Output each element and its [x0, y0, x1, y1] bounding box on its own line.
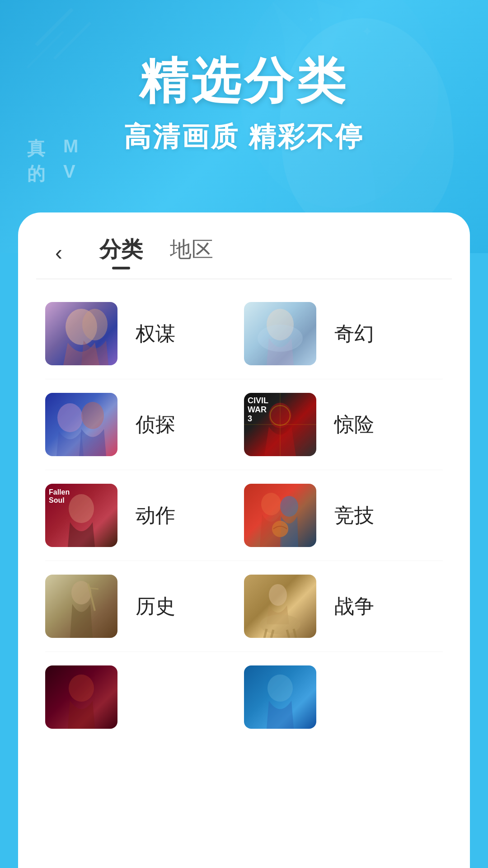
category-item-qihuan[interactable]: 奇幻	[244, 302, 443, 365]
svg-point-21	[269, 584, 287, 606]
category-item-dongzuo[interactable]: FallenSoul 动作	[45, 484, 244, 547]
svg-point-27	[69, 675, 94, 702]
svg-point-9	[81, 402, 104, 429]
category-thumb-bottom2	[244, 665, 316, 729]
category-thumb-jingji	[244, 484, 316, 547]
svg-point-16	[280, 496, 298, 517]
category-name-jingxian: 惊险	[334, 411, 374, 438]
category-list: 权谋 奇幻	[18, 279, 470, 863]
svg-point-15	[261, 493, 281, 515]
category-item-lishi[interactable]: 历史	[45, 575, 244, 638]
category-row-2: 侦探 CIVILWAR3 惊险	[45, 379, 443, 470]
svg-point-8	[57, 403, 83, 432]
svg-line-20	[90, 588, 99, 589]
category-item-zhanzhen[interactable]: 战争	[244, 575, 443, 638]
category-name-quanmou: 权谋	[136, 321, 175, 347]
category-name-zhanzhen: 战争	[334, 593, 374, 620]
category-item-bottom2[interactable]	[244, 665, 443, 729]
category-item-jingxian[interactable]: CIVILWAR3 惊险	[244, 393, 443, 456]
category-thumb-quanmou	[45, 302, 117, 365]
category-thumb-dongzuo: FallenSoul	[45, 484, 117, 547]
category-name-zhentan: 侦探	[136, 411, 175, 438]
category-thumb-zhentan	[45, 393, 117, 456]
svg-point-5	[82, 309, 108, 340]
category-thumb-lishi	[45, 575, 117, 638]
category-item-jingji[interactable]: 竞技	[244, 484, 443, 547]
category-row-5	[45, 652, 443, 742]
svg-point-14	[69, 494, 94, 523]
category-thumb-bottom1	[45, 665, 117, 729]
hero-text-block: 精选分类 高清画质 精彩不停	[0, 0, 488, 156]
category-name-jingji: 竞技	[334, 502, 374, 529]
hero-subtitle: 高清画质 精彩不停	[0, 119, 488, 156]
svg-point-7	[258, 325, 303, 352]
tab-diqu[interactable]: 地区	[170, 235, 213, 269]
category-thumb-qihuan	[244, 302, 316, 365]
category-row-4: 历史 战争	[45, 561, 443, 652]
category-item-bottom1[interactable]	[45, 665, 244, 729]
category-row-1: 权谋 奇幻	[45, 288, 443, 379]
svg-point-17	[272, 521, 288, 537]
category-item-quanmou[interactable]: 权谋	[45, 302, 244, 365]
svg-point-28	[267, 675, 293, 702]
category-thumb-jingxian: CIVILWAR3	[244, 393, 316, 456]
category-item-zhentan[interactable]: 侦探	[45, 393, 244, 456]
category-row-3: FallenSoul 动作	[45, 470, 443, 561]
category-name-dongzuo: 动作	[136, 502, 175, 529]
category-name-lishi: 历史	[136, 593, 175, 620]
back-button[interactable]: ‹	[45, 240, 72, 265]
content-panel: ‹ 分类 地区 权谋	[18, 212, 470, 868]
tab-fenlei[interactable]: 分类	[99, 235, 143, 269]
category-thumb-zhanzhen	[244, 575, 316, 638]
category-name-qihuan: 奇幻	[334, 321, 374, 347]
hero-title: 精选分类	[0, 54, 488, 108]
tab-bar: ‹ 分类 地区	[18, 212, 470, 278]
tabs-container: 分类 地区	[99, 235, 213, 269]
